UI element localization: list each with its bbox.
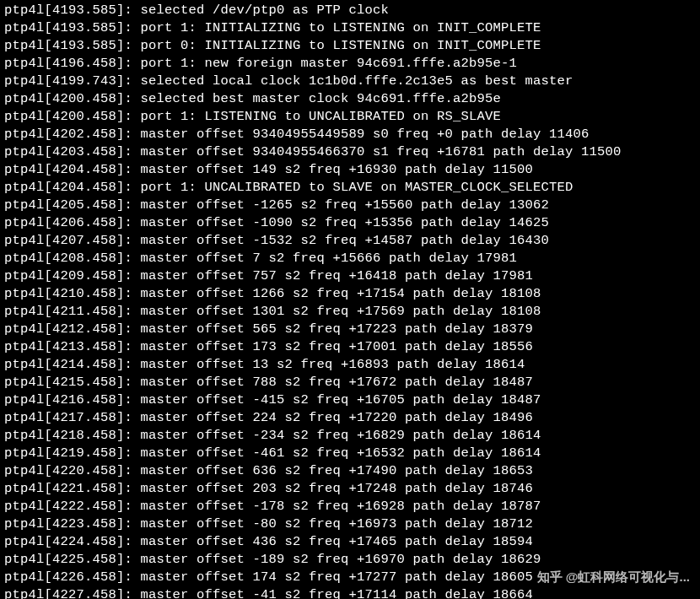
- log-line: ptp4l[4204.458]: master offset 149 s2 fr…: [4, 161, 696, 179]
- log-line: ptp4l[4217.458]: master offset 224 s2 fr…: [4, 409, 696, 427]
- log-line: ptp4l[4222.458]: master offset -178 s2 f…: [4, 498, 696, 515]
- log-line: ptp4l[4225.458]: master offset -189 s2 f…: [4, 551, 696, 569]
- log-line: ptp4l[4200.458]: selected best master cl…: [4, 90, 696, 108]
- log-line: ptp4l[4193.585]: port 1: INITIALIZING to…: [4, 19, 696, 37]
- log-line: ptp4l[4216.458]: master offset -415 s2 f…: [4, 391, 696, 409]
- log-line: ptp4l[4220.458]: master offset 636 s2 fr…: [4, 462, 696, 480]
- log-line: ptp4l[4211.458]: master offset 1301 s2 f…: [4, 303, 696, 321]
- log-line: ptp4l[4223.458]: master offset -80 s2 fr…: [4, 515, 696, 533]
- log-line: ptp4l[4196.458]: port 1: new foreign mas…: [4, 55, 696, 73]
- log-line: ptp4l[4204.458]: port 1: UNCALIBRATED to…: [4, 179, 696, 197]
- log-line: ptp4l[4210.458]: master offset 1266 s2 f…: [4, 285, 696, 303]
- watermark: 知乎 @虹科网络可视化与...: [537, 568, 690, 586]
- log-line: ptp4l[4209.458]: master offset 757 s2 fr…: [4, 267, 696, 285]
- terminal-output[interactable]: ptp4l[4193.585]: selected /dev/ptp0 as P…: [4, 2, 696, 599]
- log-line: ptp4l[4208.458]: master offset 7 s2 freq…: [4, 250, 696, 267]
- log-line: ptp4l[4205.458]: master offset -1265 s2 …: [4, 197, 696, 214]
- log-line: ptp4l[4206.458]: master offset -1090 s2 …: [4, 214, 696, 232]
- log-line: ptp4l[4193.585]: selected /dev/ptp0 as P…: [4, 2, 696, 19]
- log-line: ptp4l[4214.458]: master offset 13 s2 fre…: [4, 356, 696, 374]
- log-line: ptp4l[4193.585]: port 0: INITIALIZING to…: [4, 37, 696, 55]
- log-line: ptp4l[4218.458]: master offset -234 s2 f…: [4, 427, 696, 445]
- log-line: ptp4l[4202.458]: master offset 934049554…: [4, 126, 696, 143]
- log-line: ptp4l[4224.458]: master offset 436 s2 fr…: [4, 533, 696, 551]
- log-line: ptp4l[4199.743]: selected local clock 1c…: [4, 73, 696, 90]
- log-line: ptp4l[4227.458]: master offset -41 s2 fr…: [4, 586, 696, 599]
- log-line: ptp4l[4212.458]: master offset 565 s2 fr…: [4, 321, 696, 338]
- log-line: ptp4l[4221.458]: master offset 203 s2 fr…: [4, 480, 696, 498]
- log-line: ptp4l[4203.458]: master offset 934049554…: [4, 143, 696, 161]
- log-line: ptp4l[4207.458]: master offset -1532 s2 …: [4, 232, 696, 250]
- log-line: ptp4l[4219.458]: master offset -461 s2 f…: [4, 445, 696, 462]
- log-line: ptp4l[4213.458]: master offset 173 s2 fr…: [4, 338, 696, 356]
- log-line: ptp4l[4215.458]: master offset 788 s2 fr…: [4, 374, 696, 391]
- log-line: ptp4l[4200.458]: port 1: LISTENING to UN…: [4, 108, 696, 126]
